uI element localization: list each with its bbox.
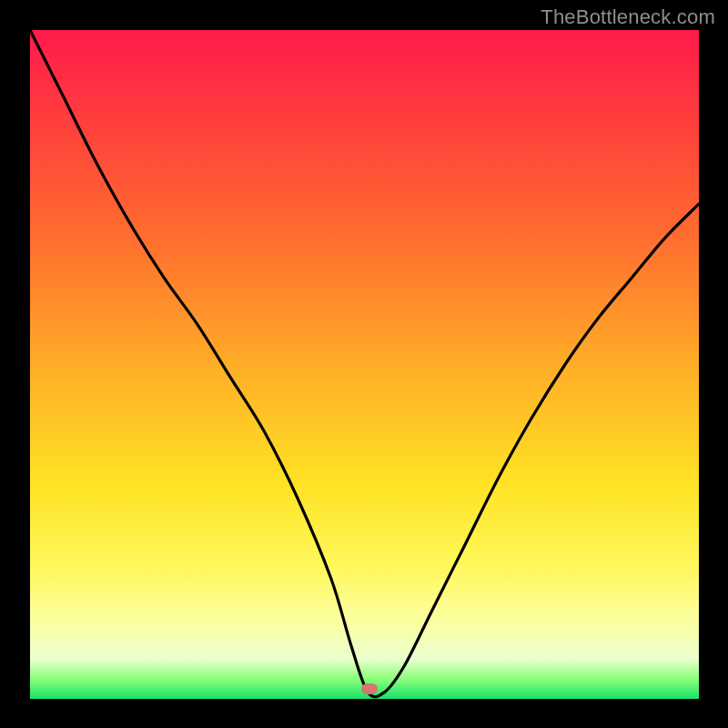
watermark-text: TheBottleneck.com (541, 5, 715, 29)
chart-stage: TheBottleneck.com (0, 0, 728, 728)
optimum-marker (361, 683, 378, 694)
bottleneck-curve (30, 30, 699, 699)
plot-area (30, 30, 699, 699)
